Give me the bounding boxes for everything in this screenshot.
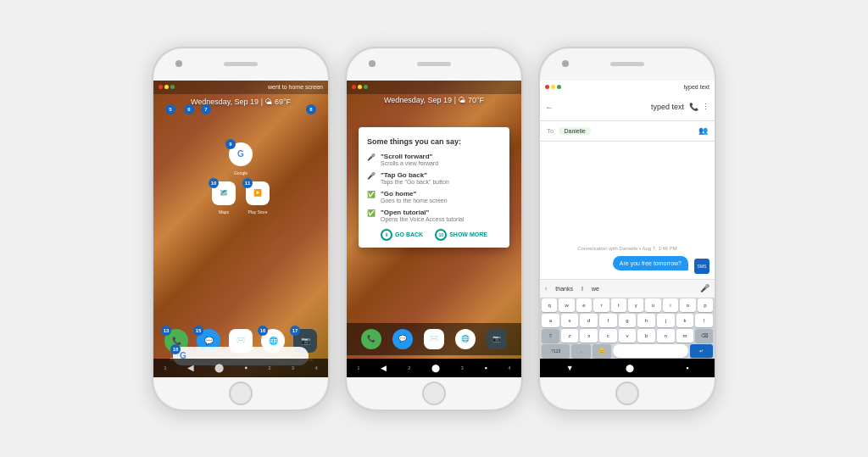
key-comma[interactable]: , xyxy=(571,344,590,358)
message-row: Are you free tomorrow? SMS xyxy=(545,256,709,274)
key-h[interactable]: h xyxy=(637,314,655,327)
suggestion-i[interactable]: I xyxy=(581,286,583,292)
camera-dot-3 xyxy=(562,60,569,67)
home-button-3[interactable] xyxy=(615,382,639,405)
dock-phone[interactable]: 📞 xyxy=(361,329,381,349)
dock-camera[interactable]: 📷 xyxy=(487,329,507,349)
suggestion-we[interactable]: we xyxy=(592,286,599,292)
voice-dialog: Some things you can say: 🎤 "Scroll forwa… xyxy=(359,127,509,248)
home-button-2[interactable] xyxy=(422,382,446,405)
key-shift[interactable]: ⇧ xyxy=(542,329,559,343)
key-v[interactable]: v xyxy=(619,329,637,343)
phone-1-top xyxy=(153,48,328,81)
weather-display: Wednesday, Sep 19 | 🌤 69°F xyxy=(153,98,328,106)
phone-3-bottom xyxy=(540,377,715,410)
key-enter[interactable]: ↵ xyxy=(690,344,713,358)
key-m[interactable]: m xyxy=(676,329,694,343)
add-recipient-icon[interactable]: 👥 xyxy=(698,126,708,135)
key-x[interactable]: x xyxy=(580,329,598,343)
recents-btn[interactable]: ▪ xyxy=(244,363,248,372)
label-11: 11 xyxy=(242,178,253,188)
key-k[interactable]: k xyxy=(676,314,694,327)
chevron-left-icon: › xyxy=(545,286,547,292)
word-suggestions: › thanks I we 🎤 xyxy=(540,279,715,298)
key-emoji[interactable]: 😊 xyxy=(593,344,611,358)
voice-desc-1: Scrolls a view forward xyxy=(381,160,438,166)
show-more-circle: 10 xyxy=(435,229,447,241)
show-more-label: SHOW MORE xyxy=(449,231,487,237)
playstore-label: Play Store xyxy=(248,209,267,215)
key-t[interactable]: t xyxy=(611,298,626,312)
nav-bar-1: 1 ◀ ⬤ ▪ 2 3 4 xyxy=(153,359,328,377)
recents-btn-2[interactable]: ▪ xyxy=(484,364,487,372)
keyboard: q w e r t y u i o p a s d xyxy=(540,298,715,359)
phone-1: went to home screen Wednesday, Sep 19 | … xyxy=(152,47,330,411)
key-p[interactable]: p xyxy=(698,298,713,312)
playstore-icon[interactable]: 11 ▶️ Play Store xyxy=(245,181,270,206)
back-btn-2[interactable]: ◀ xyxy=(381,364,387,372)
key-numbers[interactable]: ?123 xyxy=(542,344,570,358)
key-e[interactable]: e xyxy=(576,298,592,312)
nav-home-3[interactable]: ⬤ xyxy=(626,364,634,372)
key-a[interactable]: a xyxy=(542,314,559,327)
phone-2: Wednesday, Sep 19 | 🌤 70°F Some things y… xyxy=(345,47,523,411)
back-arrow-icon[interactable]: ← xyxy=(545,103,554,112)
label-17: 17 xyxy=(290,326,300,336)
dock-msg[interactable]: 💬 xyxy=(392,329,413,349)
dock-gmail[interactable]: ✉️ xyxy=(424,329,444,349)
label-6: 6 xyxy=(184,104,194,114)
key-c[interactable]: c xyxy=(599,329,617,343)
key-y[interactable]: y xyxy=(628,298,643,312)
voice-desc-2: Taps the "Go back" button xyxy=(381,179,449,185)
key-j[interactable]: j xyxy=(657,314,675,327)
key-b[interactable]: b xyxy=(637,329,655,343)
key-z[interactable]: z xyxy=(561,329,579,343)
key-f[interactable]: f xyxy=(599,314,617,327)
home-btn-2[interactable]: ⬤ xyxy=(431,364,440,372)
key-i[interactable]: i xyxy=(663,298,678,312)
mic-suggestion-icon[interactable]: 🎤 xyxy=(700,284,709,293)
status-bar-3: typed text xyxy=(540,81,715,94)
dot-yellow-3 xyxy=(551,85,555,89)
message-bubble: Are you free tomorrow? xyxy=(613,256,688,270)
key-backspace[interactable]: ⌫ xyxy=(695,329,713,343)
messaging-app: typed text ← typed text 📞 ⋮ To Danielle … xyxy=(540,81,715,377)
key-n[interactable]: n xyxy=(657,329,675,343)
maps-icon[interactable]: 10 🗺️ Maps xyxy=(211,181,236,206)
label-15: 15 xyxy=(193,326,203,336)
home-button-1[interactable] xyxy=(229,382,253,405)
to-row: To Danielle 👥 xyxy=(540,121,715,142)
label-5: 5 xyxy=(165,104,175,114)
go-back-button[interactable]: 9 GO BACK xyxy=(381,229,423,241)
key-w[interactable]: w xyxy=(559,298,574,312)
google-label: Google xyxy=(234,170,248,176)
home-btn-nav[interactable]: ⬤ xyxy=(214,363,224,372)
keyboard-row-1: q w e r t y u i o p xyxy=(540,298,715,313)
nav-back-3[interactable]: ▼ xyxy=(566,364,574,372)
go-back-label: GO BACK xyxy=(395,231,423,237)
dock-chrome[interactable]: 🌐 xyxy=(455,329,476,349)
nav-recents-3[interactable]: ▪ xyxy=(686,364,688,372)
key-g[interactable]: g xyxy=(619,314,637,327)
key-space[interactable] xyxy=(613,344,688,358)
call-icon[interactable]: 📞 xyxy=(689,103,698,111)
label-7: 7 xyxy=(201,104,211,114)
key-l[interactable]: l xyxy=(695,314,713,327)
key-d[interactable]: d xyxy=(580,314,598,327)
key-r[interactable]: r xyxy=(593,298,609,312)
nav-num-p2-1: 1 xyxy=(357,365,359,371)
show-more-button[interactable]: 10 SHOW MORE xyxy=(435,229,487,241)
label-8: 8 xyxy=(306,104,316,114)
key-s[interactable]: s xyxy=(561,314,579,327)
key-o[interactable]: o xyxy=(680,298,695,312)
key-u[interactable]: u xyxy=(645,298,660,312)
suggestion-thanks[interactable]: thanks xyxy=(555,286,573,292)
google-icon[interactable]: 9 G Google xyxy=(228,142,253,167)
send-button[interactable]: SMS xyxy=(694,259,709,274)
more-icon[interactable]: ⋮ xyxy=(702,103,709,111)
nav-num-p2-3: 3 xyxy=(461,365,464,371)
label-13: 13 xyxy=(161,326,171,336)
recipient-chip[interactable]: Danielle xyxy=(559,127,590,135)
back-btn[interactable]: ◀ xyxy=(187,363,194,372)
key-q[interactable]: q xyxy=(542,298,557,312)
